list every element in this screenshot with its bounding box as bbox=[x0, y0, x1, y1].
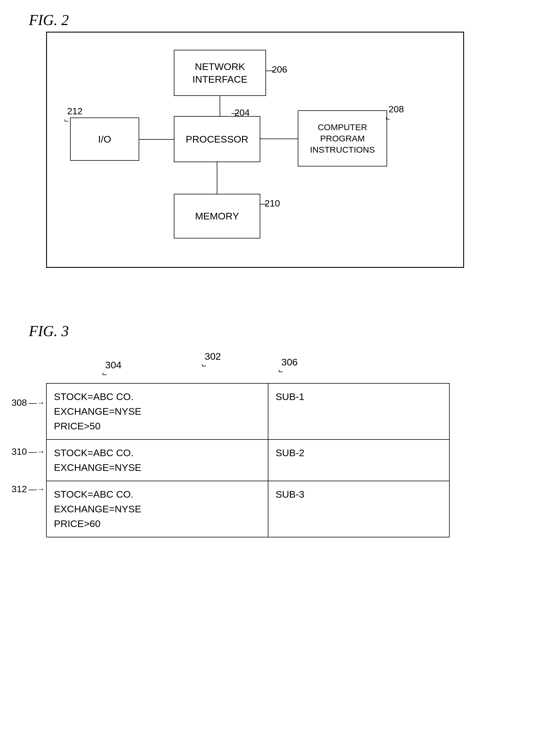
bracket-304: ⌐ bbox=[102, 370, 107, 379]
line-proc-mem bbox=[217, 162, 217, 194]
row-label-308: 308 —→ bbox=[12, 397, 45, 408]
line-210-connector bbox=[260, 204, 268, 205]
block-processor: PROCESSOR bbox=[174, 116, 260, 162]
row308-filter: STOCK=ABC CO. EXCHANGE=NYSE PRICE>50 bbox=[46, 383, 268, 439]
row-label-310: 310 —→ bbox=[12, 446, 45, 457]
row312-sub: SUB-3 bbox=[268, 481, 449, 537]
fig3-title: FIG. 3 bbox=[29, 322, 504, 340]
label-306: 306 bbox=[281, 357, 298, 368]
label-206: 206 bbox=[272, 64, 287, 75]
row310-sub: SUB-2 bbox=[268, 439, 449, 481]
processor-label: PROCESSOR bbox=[186, 133, 248, 145]
label-208: 208 bbox=[389, 104, 404, 115]
bracket-302: ⌐ bbox=[202, 361, 206, 371]
label-302: 302 bbox=[205, 351, 221, 362]
fig2-title: FIG. 2 bbox=[29, 12, 490, 28]
block-io: I/O bbox=[70, 118, 139, 161]
block-cpi: COMPUTERPROGRAMINSTRUCTIONS bbox=[298, 110, 387, 167]
line-proc-cpi bbox=[260, 138, 298, 139]
block-network-interface: NETWORKINTERFACE bbox=[174, 50, 266, 96]
cpi-label: COMPUTERPROGRAMINSTRUCTIONS bbox=[310, 122, 375, 155]
label-204: 204 bbox=[234, 107, 250, 118]
row308-sub: SUB-1 bbox=[268, 383, 449, 439]
fig2-outer-box: NETWORKINTERFACE 206 PROCESSOR 204 I/O 2… bbox=[46, 32, 464, 268]
label-212: 212 bbox=[67, 106, 82, 117]
row310-filter: STOCK=ABC CO. EXCHANGE=NYSE bbox=[46, 439, 268, 481]
label-210: 210 bbox=[265, 198, 280, 209]
bracket-208: ⌐ bbox=[386, 115, 390, 124]
line-206-connector bbox=[266, 71, 275, 71]
row-label-312: 312 —→ bbox=[12, 484, 45, 495]
table-row-312: STOCK=ABC CO. EXCHANGE=NYSE PRICE>60 SUB… bbox=[46, 481, 449, 537]
fig3-table: STOCK=ABC CO. EXCHANGE=NYSE PRICE>50 SUB… bbox=[46, 383, 450, 537]
memory-label: MEMORY bbox=[195, 210, 239, 222]
label-304: 304 bbox=[105, 359, 122, 371]
network-interface-label: NETWORKINTERFACE bbox=[192, 60, 248, 86]
bracket-212: ⌐ bbox=[64, 117, 68, 126]
row312-filter: STOCK=ABC CO. EXCHANGE=NYSE PRICE>60 bbox=[46, 481, 268, 537]
line-io-proc bbox=[139, 139, 174, 140]
io-label: I/O bbox=[98, 133, 111, 145]
line-ni-proc bbox=[220, 96, 220, 116]
bracket-306: ⌐ bbox=[278, 367, 283, 376]
line-204-connector bbox=[231, 113, 239, 114]
table-row-308: STOCK=ABC CO. EXCHANGE=NYSE PRICE>50 SUB… bbox=[46, 383, 449, 439]
block-memory: MEMORY bbox=[174, 194, 260, 239]
table-row-310: STOCK=ABC CO. EXCHANGE=NYSE SUB-2 bbox=[46, 439, 449, 481]
fig2-section: FIG. 2 202 ⌐ NETWORKINTERFACE 206 PROCES… bbox=[29, 12, 490, 34]
fig3-section: FIG. 3 302 ⌐ 304 ⌐ 306 ⌐ STOCK=ABC CO. E… bbox=[29, 322, 504, 342]
